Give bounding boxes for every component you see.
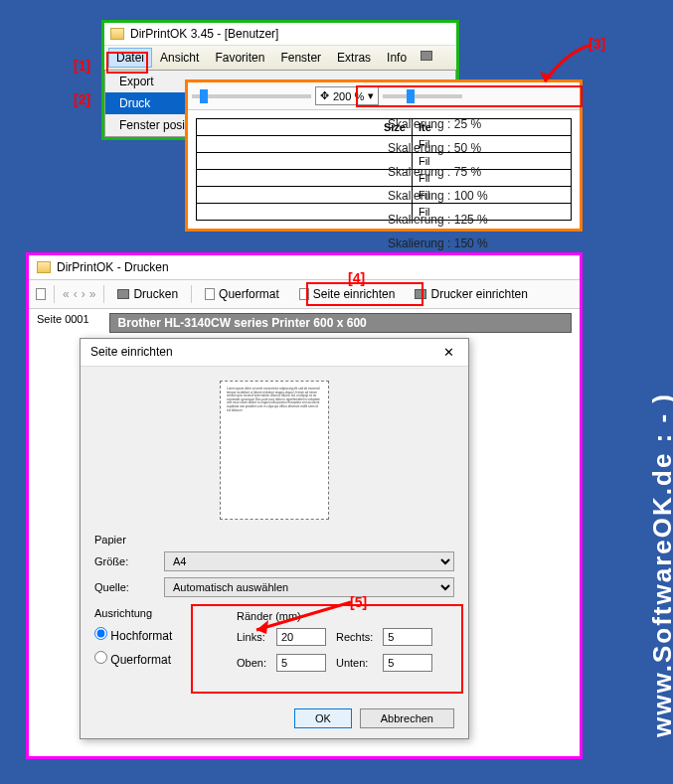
menu-extras[interactable]: Extras (329, 48, 379, 68)
arrow-3 (537, 42, 596, 91)
menu-info[interactable]: Info (379, 48, 415, 68)
app-icon (110, 28, 124, 40)
prev-page-icon[interactable]: ‹ (74, 287, 78, 301)
landscape-radio[interactable]: Querformat (94, 653, 171, 667)
highlight-box-1 (106, 52, 148, 74)
paper-label: Papier (94, 534, 454, 546)
annotation-2: [2] (74, 91, 90, 107)
first-page-icon[interactable]: « (63, 287, 70, 301)
menu-fenster[interactable]: Fenster (272, 48, 329, 68)
print-button[interactable]: Drucken (108, 283, 187, 305)
app-icon (37, 261, 51, 273)
dialog-buttons: OK Abbrechen (81, 699, 468, 738)
size-label: Größe: (94, 555, 154, 567)
next-page-icon[interactable]: › (82, 287, 85, 301)
print-titlebar: DirPrintOK - Drucken (29, 255, 580, 279)
menubar: Datei Ansicht Favoriten Fenster Extras I… (104, 45, 456, 70)
menu-ansicht[interactable]: Ansicht (152, 48, 207, 68)
menu-favoriten[interactable]: Favoriten (207, 48, 272, 68)
print-toolbar: « ‹ › » Drucken Querformat Seite einrich… (29, 279, 580, 309)
annotation-1: [1] (74, 58, 90, 74)
move-icon: ✥ (320, 89, 329, 102)
main-title: DirPrintOK 3.45 - [Benutzer] (130, 27, 278, 41)
print-icon[interactable] (421, 51, 432, 61)
page-info-bar: Seite 0001 Brother HL-3140CW series Prin… (29, 309, 580, 337)
arrow-5 (247, 600, 356, 640)
ok-button[interactable]: OK (294, 708, 352, 728)
zoom-option[interactable]: Skalierung : 50 % (388, 136, 488, 160)
page-preview: Lorem ipsum dolor sit amet consectetur a… (220, 381, 329, 520)
cancel-button[interactable]: Abbrechen (360, 708, 454, 728)
zoom-option[interactable]: Skalierung : 75 % (388, 160, 488, 184)
last-page-icon[interactable]: » (89, 287, 96, 301)
printer-info: Brother HL-3140CW series Printer 600 x 6… (109, 313, 572, 333)
zoom-option[interactable]: Skalierung : 125 % (388, 208, 488, 232)
print-title: DirPrintOK - Drucken (57, 260, 169, 274)
landscape-icon (205, 288, 215, 300)
page-number: Seite 0001 (37, 313, 89, 333)
nav-arrows: « ‹ › » (59, 287, 99, 301)
dialog-titlebar: Seite einrichten ✕ (81, 339, 468, 367)
zoom-option[interactable]: Skalierung : 100 % (388, 184, 488, 208)
preview-table: SizeIte Fil Fil Fil Fil Fil (196, 118, 572, 221)
printer-icon (117, 289, 129, 299)
preview-content: SizeIte Fil Fil Fil Fil Fil (188, 110, 580, 229)
size-select[interactable]: A4 (164, 551, 454, 571)
landscape-button[interactable]: Querformat (196, 283, 288, 305)
watermark-text: www.SoftwareOK.de : - ) (648, 392, 674, 737)
close-icon[interactable]: ✕ (439, 345, 458, 360)
annotation-4: [4] (348, 270, 365, 286)
col-size: Size (197, 119, 413, 136)
portrait-radio[interactable]: Hochformat (94, 629, 172, 643)
page-icon[interactable] (36, 288, 46, 300)
zoom-slider-left[interactable] (192, 94, 311, 98)
paper-group: Papier Größe: A4 Quelle: Automatisch aus… (94, 534, 454, 597)
dialog-title: Seite einrichten (90, 345, 173, 360)
source-select[interactable]: Automatisch auswählen (164, 577, 454, 597)
printer-setup-button[interactable]: Drucker einrichten (406, 283, 536, 305)
zoom-option[interactable]: Skalierung : 25 % (388, 112, 488, 136)
source-label: Quelle: (94, 581, 154, 593)
main-titlebar: DirPrintOK 3.45 - [Benutzer] (104, 23, 456, 45)
